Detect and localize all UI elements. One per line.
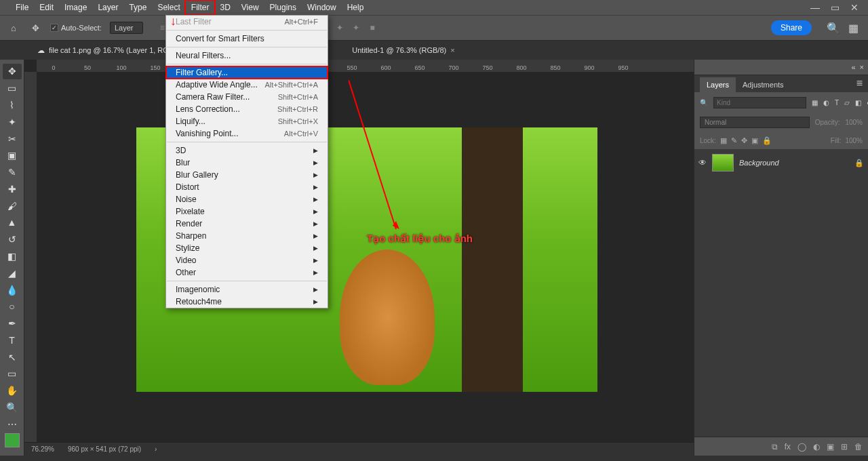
close-tab-icon[interactable]: × xyxy=(450,46,454,54)
3d-icon[interactable]: ✦ xyxy=(349,21,363,35)
dd-blur[interactable]: Blur▶ xyxy=(166,157,328,169)
menu-3d[interactable]: 3D xyxy=(214,1,235,14)
type-tool[interactable]: T xyxy=(3,333,22,348)
dd-video[interactable]: Video▶ xyxy=(166,254,328,266)
fill-value[interactable]: 100% xyxy=(845,137,863,144)
tab-layers[interactable]: Layers xyxy=(700,77,736,92)
search-icon[interactable]: 🔍 xyxy=(827,22,840,35)
share-button[interactable]: Share xyxy=(771,20,812,35)
lock-artboard-icon[interactable]: ▣ xyxy=(751,136,758,145)
dd-filter-gallery[interactable]: Filter Gallery... xyxy=(166,66,328,79)
eraser-tool[interactable]: ◧ xyxy=(3,249,22,264)
dd-imagenomic[interactable]: Imagenomic▶ xyxy=(166,283,328,296)
history-brush-tool[interactable]: ↺ xyxy=(3,232,22,247)
fx-icon[interactable]: fx xyxy=(785,442,791,452)
doc-dimensions[interactable]: 960 px × 541 px (72 ppi) xyxy=(68,445,141,453)
dd-render[interactable]: Render▶ xyxy=(166,218,328,230)
opacity-value[interactable]: 100% xyxy=(845,119,863,126)
document-tab[interactable]: ☁ file cat 1.png @ 16.7% (Layer 1, RGB/ xyxy=(31,46,182,55)
search-icon[interactable]: 🔍 xyxy=(700,99,708,106)
workspace-icon[interactable]: ▦ xyxy=(848,22,859,35)
dd-sharpen[interactable]: Sharpen▶ xyxy=(166,230,328,242)
gradient-tool[interactable]: ◢ xyxy=(3,265,22,281)
zoom-level[interactable]: 76.29% xyxy=(31,445,54,453)
delete-icon[interactable]: 🗑 xyxy=(854,442,863,452)
stamp-tool[interactable]: ▲ xyxy=(3,215,22,230)
auto-select-checkbox[interactable]: ✓ xyxy=(50,24,58,32)
dd-last-filter[interactable]: Last FilterAlt+Ctrl+F xyxy=(166,16,328,28)
menu-file[interactable]: File xyxy=(10,1,34,14)
home-icon[interactable]: ⌂ xyxy=(7,21,20,35)
dd-neural[interactable]: Neural Filters... xyxy=(166,49,328,62)
link-icon[interactable]: ⧉ xyxy=(772,442,778,452)
dd-pixelate[interactable]: Pixelate▶ xyxy=(166,205,328,218)
minimize-icon[interactable]: — xyxy=(810,2,820,13)
layer-row[interactable]: 👁 Background 🔒 xyxy=(694,151,868,175)
tab-adjustments[interactable]: Adjustments xyxy=(736,77,791,92)
path-tool[interactable]: ↖ xyxy=(3,349,22,365)
kind-filter-input[interactable] xyxy=(713,97,806,108)
adjustment-icon[interactable]: ◐ xyxy=(813,442,820,452)
panel-menu-icon[interactable]: ≡ xyxy=(851,75,868,92)
healing-tool[interactable]: ✚ xyxy=(3,181,22,197)
hand-tool[interactable]: ✋ xyxy=(3,383,22,399)
dd-convert-smart[interactable]: Convert for Smart Filters xyxy=(166,33,328,45)
menu-view[interactable]: View xyxy=(236,1,264,14)
dd-adaptive[interactable]: Adaptive Wide Angle...Alt+Shift+Ctrl+A xyxy=(166,79,328,91)
dd-noise[interactable]: Noise▶ xyxy=(166,193,328,205)
shape-tool[interactable]: ▭ xyxy=(3,366,22,382)
move-tool-icon[interactable]: ✥ xyxy=(28,21,42,35)
move-tool[interactable]: ✥ xyxy=(3,64,22,79)
selection-tool[interactable]: ✦ xyxy=(3,114,22,129)
collapse-icon[interactable]: « xyxy=(851,63,855,71)
close-icon[interactable]: ✕ xyxy=(850,2,859,13)
menu-type[interactable]: Type xyxy=(123,1,152,14)
dodge-tool[interactable]: ○ xyxy=(3,299,22,315)
visibility-icon[interactable]: 👁 xyxy=(698,158,707,167)
dd-3d[interactable]: 3D▶ xyxy=(166,144,328,157)
chevron-right-icon[interactable]: › xyxy=(155,445,157,453)
lock-icon[interactable]: ✥ xyxy=(741,136,747,145)
blend-mode-dropdown[interactable]: Normal xyxy=(700,117,810,128)
lock-icon[interactable]: 🔒 xyxy=(854,159,864,167)
menu-edit[interactable]: Edit xyxy=(34,1,59,14)
group-icon[interactable]: ▣ xyxy=(827,442,834,452)
lock-position-icon[interactable]: ✎ xyxy=(731,136,737,145)
filter-icon[interactable]: T xyxy=(835,99,839,106)
filter-icon[interactable]: ▦ xyxy=(812,99,818,106)
menu-help[interactable]: Help xyxy=(342,1,370,14)
dd-distort[interactable]: Distort▶ xyxy=(166,181,328,193)
menu-window[interactable]: Window xyxy=(302,1,342,14)
lock-pixels-icon[interactable]: ▦ xyxy=(720,136,727,145)
menu-image[interactable]: Image xyxy=(59,1,92,14)
mask-icon[interactable]: ◯ xyxy=(797,442,806,452)
dd-stylize[interactable]: Stylize▶ xyxy=(166,242,328,254)
filter-icon[interactable]: ▱ xyxy=(844,99,850,106)
dd-vanishing[interactable]: Vanishing Point...Alt+Ctrl+V xyxy=(166,127,328,140)
layer-dropdown[interactable]: Layer xyxy=(110,22,144,34)
color-swatch[interactable] xyxy=(5,433,20,447)
filter-icon[interactable]: ◧ xyxy=(855,99,861,106)
crop-tool[interactable]: ✂ xyxy=(3,131,22,146)
dd-lens[interactable]: Lens Correction...Shift+Ctrl+R xyxy=(166,103,328,115)
dd-liquify[interactable]: Liquify...Shift+Ctrl+X xyxy=(166,115,328,127)
maximize-icon[interactable]: ▭ xyxy=(831,2,840,13)
new-layer-icon[interactable]: ⊞ xyxy=(841,442,848,452)
3d-icon[interactable]: ■ xyxy=(366,21,379,35)
blur-tool[interactable]: 💧 xyxy=(3,282,22,298)
dd-other[interactable]: Other▶ xyxy=(166,266,328,279)
frame-tool[interactable]: ▣ xyxy=(3,148,22,163)
3d-icon[interactable]: ✦ xyxy=(333,21,347,35)
eyedropper-tool[interactable]: ✎ xyxy=(3,165,22,180)
brush-tool[interactable]: 🖌 xyxy=(3,198,22,214)
menu-filter[interactable]: Filter xyxy=(186,1,215,14)
dd-retouch4me[interactable]: Retouch4me▶ xyxy=(166,296,328,308)
lasso-tool[interactable]: ⌇ xyxy=(3,98,22,113)
menu-layer[interactable]: Layer xyxy=(92,1,123,14)
marquee-tool[interactable]: ▭ xyxy=(3,81,22,96)
menu-select[interactable]: Select xyxy=(152,1,185,14)
layer-name[interactable]: Background xyxy=(739,159,779,167)
zoom-tool[interactable]: 🔍 xyxy=(3,400,22,416)
more-tools[interactable]: ⋯ xyxy=(3,416,22,432)
lock-all-icon[interactable]: 🔒 xyxy=(762,136,772,145)
